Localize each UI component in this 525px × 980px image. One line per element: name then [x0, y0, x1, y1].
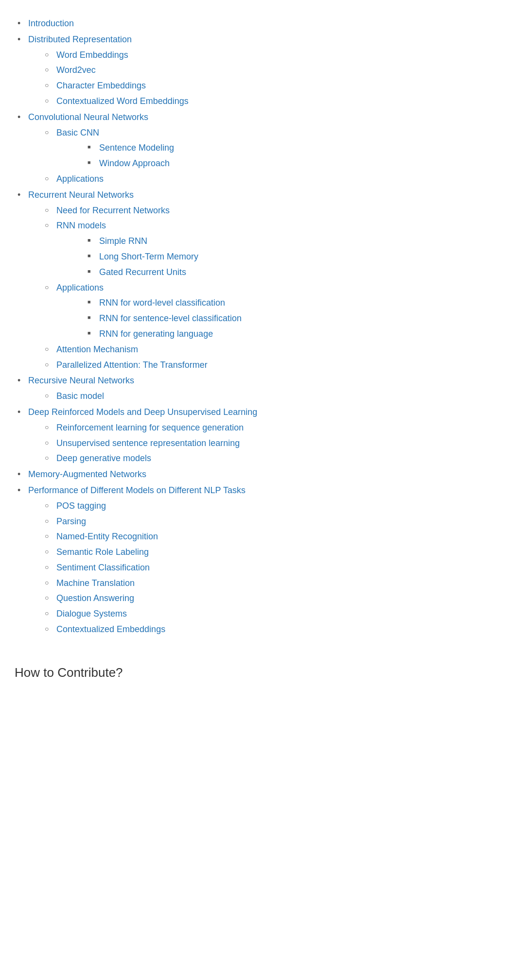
toc-link[interactable]: RNN for sentence-level classification	[99, 313, 242, 323]
toc-link[interactable]: Deep generative models	[56, 453, 151, 463]
toc-link[interactable]: Introduction	[28, 18, 74, 28]
toc-link[interactable]: Basic CNN	[56, 128, 99, 138]
how-to-contribute-heading: How to Contribute?	[15, 663, 510, 683]
toc-link[interactable]: Recursive Neural Networks	[28, 376, 134, 385]
list-item: Sentence Modeling	[86, 141, 510, 155]
toc-link[interactable]: RNN for word-level classification	[99, 298, 225, 308]
toc-link[interactable]: Unsupervised sentence representation lea…	[56, 438, 240, 448]
toc-link[interactable]: Question Answering	[56, 593, 134, 603]
list-item: Recurrent Neural NetworksNeed for Recurr…	[15, 188, 510, 372]
list-item: Window Approach	[86, 156, 510, 171]
list-item: Contextualized Word Embeddings	[43, 94, 510, 108]
list-item: Basic model	[43, 389, 510, 403]
list-item: RNN for word-level classification	[86, 296, 510, 310]
list-item: Contextualized Embeddings	[43, 622, 510, 636]
toc-sublist: Need for Recurrent NetworksRNN modelsSim…	[28, 204, 510, 372]
toc-sublist: POS taggingParsingNamed-Entity Recogniti…	[28, 499, 510, 636]
toc-link[interactable]: Parsing	[56, 516, 86, 526]
toc-link[interactable]: Convolutional Neural Networks	[28, 112, 148, 122]
list-item: Word Embeddings	[43, 48, 510, 62]
toc-container: IntroductionDistributed RepresentationWo…	[15, 10, 510, 643]
toc-link[interactable]: RNN for generating language	[99, 329, 213, 339]
toc-link[interactable]: Long Short-Term Memory	[99, 252, 198, 261]
list-item: Deep Reinforced Models and Deep Unsuperv…	[15, 405, 510, 465]
toc-list-level1: IntroductionDistributed RepresentationWo…	[15, 17, 510, 636]
list-item: Long Short-Term Memory	[86, 250, 510, 264]
list-item: Word2vec	[43, 63, 510, 77]
list-item: Gated Recurrent Units	[86, 265, 510, 279]
list-item: Character Embeddings	[43, 79, 510, 93]
list-item: Machine Translation	[43, 576, 510, 590]
toc-link[interactable]: Window Approach	[99, 158, 170, 168]
toc-link[interactable]: POS tagging	[56, 501, 106, 511]
toc-link[interactable]: Distributed Representation	[28, 34, 132, 44]
toc-link[interactable]: Word2vec	[56, 65, 96, 75]
toc-link[interactable]: RNN models	[56, 221, 106, 230]
toc-link[interactable]: Semantic Role Labeling	[56, 547, 149, 557]
toc-link[interactable]: Sentence Modeling	[99, 143, 174, 153]
toc-sublist: Basic CNNSentence ModelingWindow Approac…	[28, 126, 510, 186]
toc-sublist: Basic model	[28, 389, 510, 403]
toc-link[interactable]: Basic model	[56, 391, 104, 401]
toc-link[interactable]: Simple RNN	[99, 236, 147, 246]
toc-link[interactable]: Machine Translation	[56, 578, 135, 588]
toc-link[interactable]: Attention Mechanism	[56, 344, 138, 354]
toc-link[interactable]: Word Embeddings	[56, 50, 128, 60]
list-item: RNN for generating language	[86, 327, 510, 341]
toc-link[interactable]: Gated Recurrent Units	[99, 267, 186, 277]
toc-link[interactable]: Named-Entity Recognition	[56, 532, 158, 541]
list-item: Deep generative models	[43, 451, 510, 465]
list-item: Simple RNN	[86, 234, 510, 248]
list-item: Memory-Augmented Networks	[15, 467, 510, 481]
toc-link[interactable]: Recurrent Neural Networks	[28, 190, 134, 200]
list-item: POS tagging	[43, 499, 510, 513]
toc-link[interactable]: Need for Recurrent Networks	[56, 206, 170, 215]
toc-link[interactable]: Deep Reinforced Models and Deep Unsuperv…	[28, 407, 257, 417]
toc-sublist: Simple RNNLong Short-Term MemoryGated Re…	[56, 234, 510, 279]
list-item: Recursive Neural NetworksBasic model	[15, 374, 510, 403]
list-item: Parsing	[43, 515, 510, 529]
toc-link[interactable]: Reinforcement learning for sequence gene…	[56, 423, 244, 432]
list-item: Attention Mechanism	[43, 343, 510, 357]
toc-link[interactable]: Dialogue Systems	[56, 609, 127, 619]
list-item: Performance of Different Models on Diffe…	[15, 483, 510, 636]
list-item: Basic CNNSentence ModelingWindow Approac…	[43, 126, 510, 171]
toc-sublist: Reinforcement learning for sequence gene…	[28, 421, 510, 465]
toc-link[interactable]: Contextualized Embeddings	[56, 624, 165, 634]
toc-sublist: Word EmbeddingsWord2vecCharacter Embeddi…	[28, 48, 510, 108]
toc-sublist: Sentence ModelingWindow Approach	[56, 141, 510, 171]
toc-link[interactable]: Character Embeddings	[56, 81, 146, 90]
toc-link[interactable]: Contextualized Word Embeddings	[56, 96, 189, 106]
list-item: RNN for sentence-level classification	[86, 311, 510, 326]
list-item: Distributed RepresentationWord Embedding…	[15, 33, 510, 108]
list-item: Reinforcement learning for sequence gene…	[43, 421, 510, 435]
list-item: Need for Recurrent Networks	[43, 204, 510, 218]
list-item: Introduction	[15, 17, 510, 31]
list-item: ApplicationsRNN for word-level classific…	[43, 281, 510, 341]
list-item: Dialogue Systems	[43, 607, 510, 621]
list-item: Named-Entity Recognition	[43, 530, 510, 544]
list-item: Convolutional Neural NetworksBasic CNNSe…	[15, 110, 510, 186]
list-item: Applications	[43, 172, 510, 186]
toc-link[interactable]: Applications	[56, 283, 104, 292]
toc-link[interactable]: Applications	[56, 174, 104, 184]
list-item: Unsupervised sentence representation lea…	[43, 436, 510, 450]
list-item: Parallelized Attention: The Transformer	[43, 358, 510, 372]
toc-link[interactable]: Memory-Augmented Networks	[28, 469, 146, 479]
toc-link[interactable]: Performance of Different Models on Diffe…	[28, 485, 245, 495]
list-item: Semantic Role Labeling	[43, 545, 510, 559]
list-item: RNN modelsSimple RNNLong Short-Term Memo…	[43, 219, 510, 279]
toc-link[interactable]: Sentiment Classification	[56, 563, 150, 572]
toc-link[interactable]: Parallelized Attention: The Transformer	[56, 360, 208, 370]
list-item: Question Answering	[43, 591, 510, 605]
toc-sublist: RNN for word-level classificationRNN for…	[56, 296, 510, 341]
list-item: Sentiment Classification	[43, 561, 510, 575]
